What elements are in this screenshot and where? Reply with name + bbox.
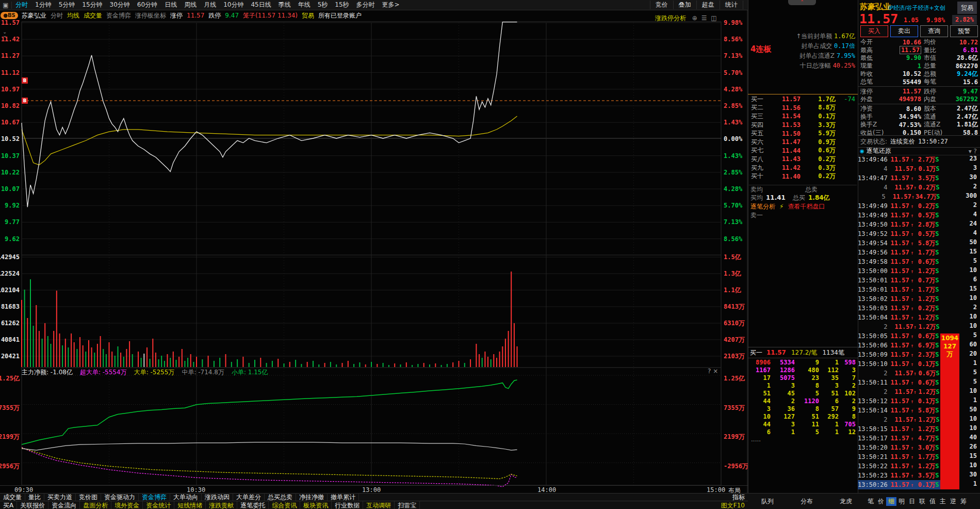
bottom-tab-买A[interactable]: 买A xyxy=(0,501,17,509)
period-tab-60分钟[interactable]: 60分钟 xyxy=(134,1,161,9)
tick-row[interactable]: 13:50:2611.57↑0.1万S xyxy=(858,480,940,489)
tab-龙虎[interactable]: 龙虎 xyxy=(826,497,865,506)
tick-row[interactable]: 211.57↑1.2万S xyxy=(858,387,940,396)
queue-row[interactable]: 5145551102 xyxy=(748,389,858,397)
subheader-item[interactable]: 9.47 xyxy=(225,12,239,19)
queue-row[interactable]: 3368579 xyxy=(748,405,858,412)
queue-row[interactable]: 116712864801123 xyxy=(748,366,858,374)
tick-row[interactable]: 13:50:0211.57↑1.2万S xyxy=(858,294,940,304)
period-tab-15秒[interactable]: 15秒 xyxy=(331,1,352,9)
bottom-tab-关联报价[interactable]: 关联报价 xyxy=(17,501,48,509)
tick-row[interactable]: 13:50:2011.57↑3.0万S xyxy=(858,443,940,452)
period-tab-5秒[interactable]: 5秒 xyxy=(314,1,332,9)
period-tab-多分时[interactable]: 多分时 xyxy=(353,1,379,9)
period-tab-10分钟[interactable]: 10分钟 xyxy=(220,1,247,9)
bid-row-买二[interactable]: 买二11.568.8万 xyxy=(749,104,858,113)
mini-tab-日[interactable]: 日 xyxy=(907,497,917,506)
tick-header-icons[interactable]: ▾ ? xyxy=(969,148,980,155)
collapse-handle[interactable]: ⌃ xyxy=(788,0,816,5)
period-tab-周线[interactable]: 周线 xyxy=(181,1,200,9)
tick-row[interactable]: 13:50:2311.57↑3.5万S xyxy=(858,471,940,480)
subheader-item[interactable]: 分时 xyxy=(51,11,63,20)
period-tab-45日线[interactable]: 45日线 xyxy=(247,1,274,9)
tick-row[interactable]: 13:50:0911.57↑2.3万S xyxy=(858,350,940,359)
tick-row[interactable]: 13:49:5811.57↑0.6万S xyxy=(858,257,940,266)
btn-预警[interactable]: 预警 xyxy=(950,25,978,37)
menu-icon[interactable]: ☰ xyxy=(701,14,707,22)
stock-tags[interactable]: IP经济/谷子经济+文创 xyxy=(888,4,955,12)
tick-row[interactable]: 13:50:1211.57↑0.1万S xyxy=(858,396,940,406)
bid-row-买八[interactable]: 买八11.430.2万 xyxy=(749,155,858,164)
tick-row[interactable]: 13:50:2111.57↑1.7万S xyxy=(858,452,940,462)
window-split-icon[interactable]: ▣ xyxy=(0,2,12,9)
toolbar-竞价[interactable]: 竞价 xyxy=(650,1,673,9)
bottom-tab-扫雷宝[interactable]: 扫雷宝 xyxy=(395,501,420,509)
trade-side-tab[interactable]: 贸易 xyxy=(957,2,977,14)
bottom-tab-盘面分析[interactable]: 盘面分析 xyxy=(80,501,111,509)
btn-买入[interactable]: 买入 xyxy=(860,25,888,37)
tick-row[interactable]: 13:50:0511.57↑0.6万S xyxy=(858,331,940,341)
queue-row[interactable]: 615112 xyxy=(748,428,858,436)
queue-row[interactable]: 10127512928 xyxy=(748,412,858,420)
bottom-tab-涨跌贡献[interactable]: 涨跌贡献 xyxy=(206,501,237,509)
bottom-tab-板块资讯[interactable]: 板块资讯 xyxy=(300,501,332,509)
mini-tab-笔[interactable]: 笔 xyxy=(865,497,876,506)
tick-row[interactable]: 411.57↑0.2万S xyxy=(858,183,940,192)
tick-row[interactable]: 13:49:5211.57↑0.5万S xyxy=(858,229,940,238)
tick-row[interactable]: 13:50:0011.57↑1.2万S xyxy=(858,266,940,276)
tick-row[interactable]: 511.57↑34.7万S xyxy=(858,192,940,201)
period-tab-季线[interactable]: 季线 xyxy=(275,1,295,9)
bottom-tab-互动调研[interactable]: 互动调研 xyxy=(363,501,395,509)
mini-tab-值[interactable]: 值 xyxy=(927,497,938,506)
mini-tab-联[interactable]: 联 xyxy=(917,497,927,506)
subheader-item[interactable]: 贸易 xyxy=(302,11,314,20)
bottom-tab-逐笔委托[interactable]: 逐笔委托 xyxy=(237,501,269,509)
mini-tab-筹[interactable]: 筹 xyxy=(958,497,969,506)
subheader-item[interactable]: 涨停板坐标 xyxy=(135,11,166,20)
queue-row[interactable]: 13832 xyxy=(748,381,858,389)
bottom-tab-短线情绪[interactable]: 短线情绪 xyxy=(174,501,206,509)
mini-tab-明[interactable]: 明 xyxy=(896,497,907,506)
bid-row-买十[interactable]: 买十11.400.2万 xyxy=(749,172,858,181)
mini-tab-逆[interactable]: 逆 xyxy=(948,497,958,506)
queue-row[interactable]: 8906533491598 xyxy=(748,358,858,366)
queue-more[interactable]: ..... xyxy=(748,436,858,443)
updown-analysis-label[interactable]: 涨跌停分析 xyxy=(655,14,686,22)
subheader-item[interactable]: 成交量 xyxy=(84,11,102,20)
tick-row[interactable]: 211.57↑1.2万S xyxy=(858,322,940,331)
tick-row[interactable]: 13:50:0411.57↑1.2万S xyxy=(858,313,940,322)
bottom-tab-资金流向[interactable]: 资金流向 xyxy=(48,501,80,509)
tick-row[interactable]: 13:50:1411.57↑5.8万S xyxy=(858,406,940,415)
subheader-item[interactable]: 资金博弈 xyxy=(106,11,131,20)
panel-help-close-icons[interactable]: ? × xyxy=(708,368,718,375)
tick-row[interactable]: 13:50:2211.57↑1.2万S xyxy=(858,462,940,471)
timeshare-chart[interactable] xyxy=(0,10,748,493)
queue-row[interactable]: 443111705 xyxy=(748,420,858,428)
tick-row[interactable]: 13:50:0311.57↑0.2万S xyxy=(858,304,940,313)
tick-row[interactable]: 13:50:0111.57↑1.7万S xyxy=(858,285,940,294)
tick-row[interactable]: 13:50:1711.57↑4.7万S xyxy=(858,434,940,443)
mini-tab-细[interactable]: 细 xyxy=(886,497,896,506)
tick-row[interactable]: 13:49:4611.57↑2.7万S xyxy=(858,155,940,164)
bid-row-买七[interactable]: 买七11.440.6万 xyxy=(749,147,858,155)
bid-row-买五[interactable]: 买五11.505.9万 xyxy=(749,129,858,138)
tick-row[interactable]: 13:50:0111.57↑0.7万S xyxy=(858,276,940,285)
tick-row[interactable]: 211.57↑0.6万S xyxy=(858,369,940,378)
subheader-item[interactable]: 笼子(11.57 11.34) xyxy=(243,11,298,20)
subheader-item[interactable]: 所有已登录账户 xyxy=(318,11,362,20)
bottom-tab-境外资金[interactable]: 境外资金 xyxy=(111,501,143,509)
period-tab-更多>[interactable]: 更多> xyxy=(379,1,403,9)
btn-卖出[interactable]: 卖出 xyxy=(890,25,918,37)
period-tab-1分钟[interactable]: 1分钟 xyxy=(31,1,55,9)
subheader-item[interactable]: 苏豪弘业 xyxy=(22,11,46,20)
mini-tab-主[interactable]: 主 xyxy=(938,497,948,506)
period-tab-30分钟[interactable]: 30分钟 xyxy=(106,1,134,9)
mini-tab-价[interactable]: 价 xyxy=(876,497,886,506)
tab-分布[interactable]: 分布 xyxy=(787,497,826,506)
window-icon[interactable]: ◫ xyxy=(711,14,716,22)
period-tab-15分钟[interactable]: 15分钟 xyxy=(78,1,106,9)
bid-row-买六[interactable]: 买六11.470.9万 xyxy=(749,138,858,147)
bid-row-买一[interactable]: 买一11.571.7亿-74 xyxy=(749,95,858,104)
tick-row[interactable]: 13:50:0611.57↑6.9万S xyxy=(858,341,940,350)
bid-row-买三[interactable]: 买三11.540.1万 xyxy=(749,112,858,121)
